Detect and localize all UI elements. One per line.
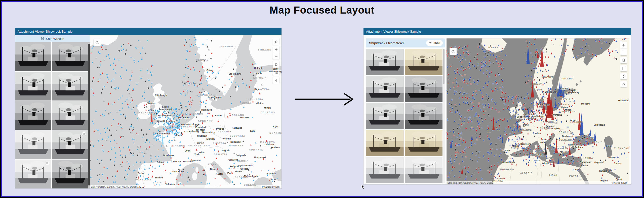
photo-sidebar: Shipwrecks from WW2 2648	[366, 38, 445, 183]
transform-arrow	[293, 91, 358, 108]
sidebar-scrollbar[interactable]	[443, 49, 445, 183]
panel-header: Ship Wrecks	[15, 35, 90, 42]
search-button[interactable]	[450, 48, 457, 55]
shipwreck-photo[interactable]	[15, 101, 51, 130]
shipwreck-photo[interactable]	[405, 76, 443, 102]
map-attribution: Esri, TomTom, Garmin, FAO, NOAA, USGS Po…	[90, 185, 281, 188]
shipwreck-photo[interactable]	[52, 42, 88, 71]
legend-button[interactable]	[620, 65, 627, 71]
app-header: Attachment Viewer Shipwreck Sample	[364, 28, 631, 35]
panel-header: Shipwrecks from WW2 2648	[366, 38, 445, 47]
attachment-viewer-app-after: Attachment Viewer Shipwreck Sample Shipw…	[363, 28, 631, 185]
multiple-attachments-icon	[82, 131, 86, 135]
shipwreck-photo[interactable]	[366, 157, 404, 183]
shipwreck-photo[interactable]	[366, 130, 404, 156]
app-title: Attachment Viewer Shipwreck Sample	[366, 30, 421, 33]
map-controls	[620, 42, 627, 87]
app-header: Attachment Viewer Shipwreck Sample	[15, 28, 281, 35]
shipwreck-photo[interactable]	[366, 103, 404, 129]
search-button[interactable]	[94, 39, 101, 46]
page-frame: Map Focused Layout Attachment Viewer Shi…	[1, 1, 643, 197]
shipwreck-photo[interactable]	[405, 49, 443, 75]
chevron-up-button[interactable]	[620, 81, 627, 87]
map-view[interactable]: Esri, TomTom, Garmin, FAO, NOAA, USGS Po…	[90, 35, 281, 188]
photo-sidebar: Ship Wrecks	[15, 35, 90, 188]
shipwreck-photo[interactable]	[52, 101, 88, 130]
zoom-in-button[interactable]	[273, 46, 279, 53]
shipwreck-photo[interactable]	[405, 157, 443, 183]
feature-count: 2648	[433, 41, 440, 45]
attribution-text: Esri, TomTom, Garmin, FAO, NOAA, USGS	[448, 181, 493, 184]
compass-button[interactable]	[273, 77, 279, 84]
shipwreck-photo[interactable]	[52, 72, 88, 101]
map-attribution: Esri, TomTom, Garmin, FAO, NOAA, USGS Po…	[447, 181, 629, 184]
legend-button[interactable]	[273, 69, 279, 76]
home-button[interactable]	[273, 61, 279, 68]
sidebar-scrollbar[interactable]	[88, 42, 90, 188]
app-title: Attachment Viewer Shipwreck Sample	[18, 30, 72, 33]
shipwreck-photo[interactable]	[15, 130, 51, 159]
zoom-out-button[interactable]	[620, 48, 627, 55]
shipwreck-photo[interactable]	[52, 130, 88, 159]
panel-title: Shipwrecks from WW2	[369, 41, 404, 45]
multiple-attachments-icon	[46, 161, 50, 165]
shipwreck-photo[interactable]	[405, 130, 443, 156]
map-view[interactable]: Esri, TomTom, Garmin, FAO, NOAA, USGS Po…	[447, 38, 629, 184]
shipwreck-photo[interactable]	[15, 72, 51, 101]
shipwreck-photo[interactable]	[366, 76, 404, 102]
photo-gallery	[366, 49, 445, 183]
powered-by-esri-link[interactable]: Powered by Esri	[610, 181, 628, 184]
shipwreck-photo[interactable]	[405, 103, 443, 129]
zoom-in-button[interactable]	[620, 42, 627, 48]
shipwreck-photo[interactable]	[15, 42, 51, 71]
feature-count-badge: 2648	[426, 40, 443, 46]
zoom-out-button[interactable]	[273, 53, 279, 60]
powered-by-esri-link[interactable]: Powered by Esri	[261, 185, 280, 188]
photo-gallery	[15, 42, 90, 188]
features-icon	[429, 41, 432, 45]
page-title: Map Focused Layout	[2, 4, 642, 16]
panel-title: Ship Wrecks	[46, 37, 64, 41]
attribution-text: Esri, TomTom, Garmin, FAO, NOAA, USGS	[91, 185, 137, 188]
shipwreck-photo[interactable]	[15, 160, 51, 188]
webmap-icon	[41, 37, 44, 41]
map-controls	[273, 38, 279, 84]
attachment-viewer-app-before: Attachment Viewer Shipwreck Sample Ship …	[15, 28, 282, 189]
shipwreck-photo[interactable]	[366, 49, 404, 75]
shipwreck-photo[interactable]	[52, 160, 88, 188]
mouse-cursor	[361, 185, 365, 190]
collapse-button[interactable]	[273, 38, 279, 45]
home-button[interactable]	[620, 57, 627, 63]
compass-button[interactable]	[620, 73, 627, 79]
